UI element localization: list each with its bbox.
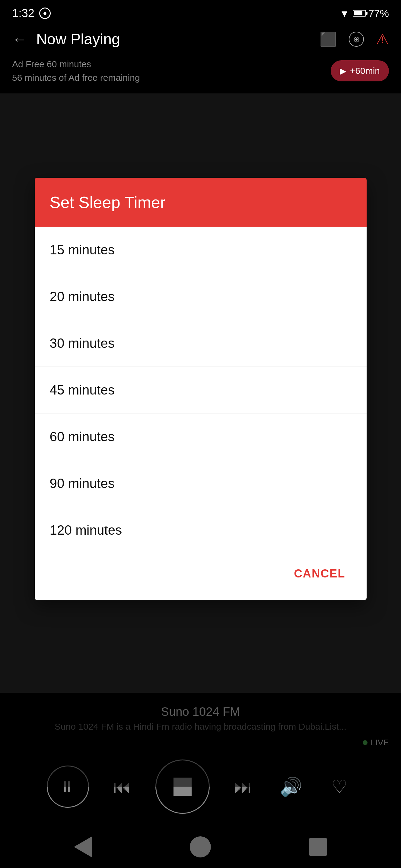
nav-icons: ⬛ ⊕ ⚠ — [319, 31, 389, 48]
option-90min[interactable]: 90 minutes — [35, 460, 367, 507]
status-app-icon: ● — [39, 7, 51, 19]
option-15min-label: 15 minutes — [50, 242, 115, 257]
dialog-body: 15 minutes 20 minutes 30 minutes 45 minu… — [35, 227, 367, 553]
ad-free-line1: Ad Free 60 minutes — [12, 57, 140, 71]
home-nav-icon — [190, 836, 211, 858]
ad-free-btn-label: +60min — [350, 66, 380, 76]
status-right: ▾ 77% — [342, 7, 389, 20]
ad-free-info: Ad Free 60 minutes 56 minutes of Ad free… — [12, 57, 140, 84]
option-20min-label: 20 minutes — [50, 289, 115, 304]
status-time: 1:32 — [12, 7, 34, 20]
option-45min[interactable]: 45 minutes — [35, 367, 367, 413]
recents-nav-icon — [309, 838, 327, 856]
option-20min[interactable]: 20 minutes — [35, 273, 367, 320]
recents-nav-button[interactable] — [306, 835, 330, 859]
cast-icon[interactable]: ⬛ — [319, 31, 337, 47]
back-nav-button[interactable] — [71, 835, 95, 859]
ad-free-line2: 56 minutes of Ad free remaining — [12, 71, 140, 84]
play-icon-small: ▶ — [340, 66, 346, 76]
option-15min[interactable]: 15 minutes — [35, 227, 367, 273]
option-60min-label: 60 minutes — [50, 429, 115, 444]
wifi-icon: ▾ — [342, 7, 347, 20]
battery-percent: 77% — [368, 7, 389, 19]
option-120min-label: 120 minutes — [50, 523, 122, 537]
option-45min-label: 45 minutes — [50, 382, 115, 397]
option-90min-label: 90 minutes — [50, 476, 115, 491]
cancel-button[interactable]: CANCEL — [288, 562, 351, 585]
option-30min-label: 30 minutes — [50, 336, 115, 350]
sleep-timer-dialog: Set Sleep Timer 15 minutes 20 minutes 30… — [35, 178, 367, 600]
battery-icon — [353, 10, 366, 17]
bottom-nav-bar — [0, 826, 401, 868]
dialog-header: Set Sleep Timer — [35, 178, 367, 227]
back-nav-icon — [74, 836, 92, 858]
main-content: Set Sleep Timer 15 minutes 20 minutes 30… — [0, 93, 401, 786]
home-nav-button[interactable] — [188, 835, 212, 859]
alarm-icon[interactable]: ⊕ — [349, 32, 364, 47]
battery-fill — [354, 11, 362, 16]
status-left: 1:32 ● — [12, 7, 51, 20]
dialog-footer: CANCEL — [35, 553, 367, 600]
dialog-title: Set Sleep Timer — [50, 193, 166, 211]
ad-free-bar: Ad Free 60 minutes 56 minutes of Ad free… — [0, 54, 401, 93]
ad-free-button[interactable]: ▶ +60min — [331, 60, 389, 82]
option-60min[interactable]: 60 minutes — [35, 413, 367, 460]
option-120min[interactable]: 120 minutes — [35, 507, 367, 553]
app-icon-inner: ● — [43, 9, 47, 17]
option-30min[interactable]: 30 minutes — [35, 320, 367, 367]
battery-container: 77% — [353, 7, 389, 19]
back-button[interactable]: ← — [12, 30, 27, 48]
top-nav: ← Now Playing ⬛ ⊕ ⚠ — [0, 24, 401, 54]
status-bar: 1:32 ● ▾ 77% — [0, 0, 401, 24]
page-title: Now Playing — [36, 30, 319, 48]
warning-icon[interactable]: ⚠ — [376, 31, 389, 48]
